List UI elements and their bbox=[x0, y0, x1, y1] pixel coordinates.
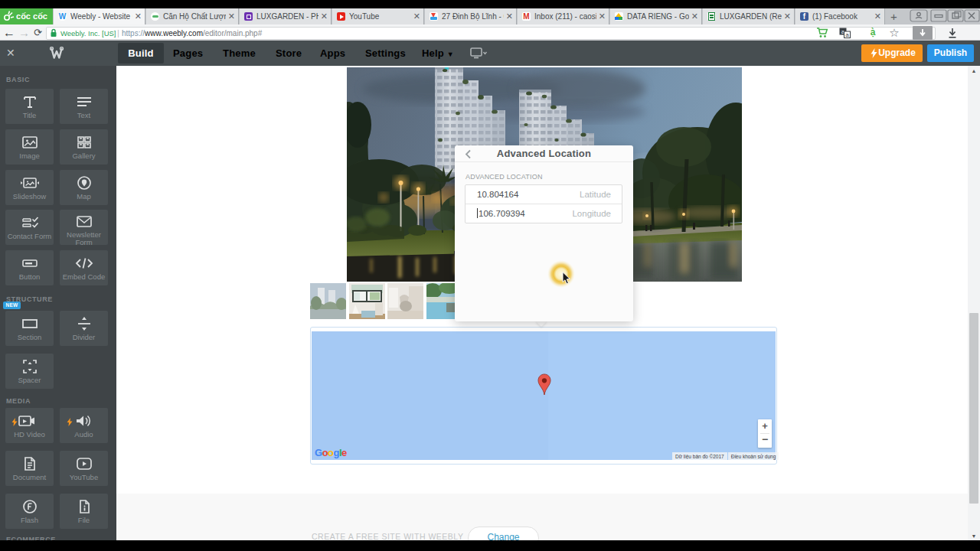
svg-text:a: a bbox=[845, 31, 849, 38]
